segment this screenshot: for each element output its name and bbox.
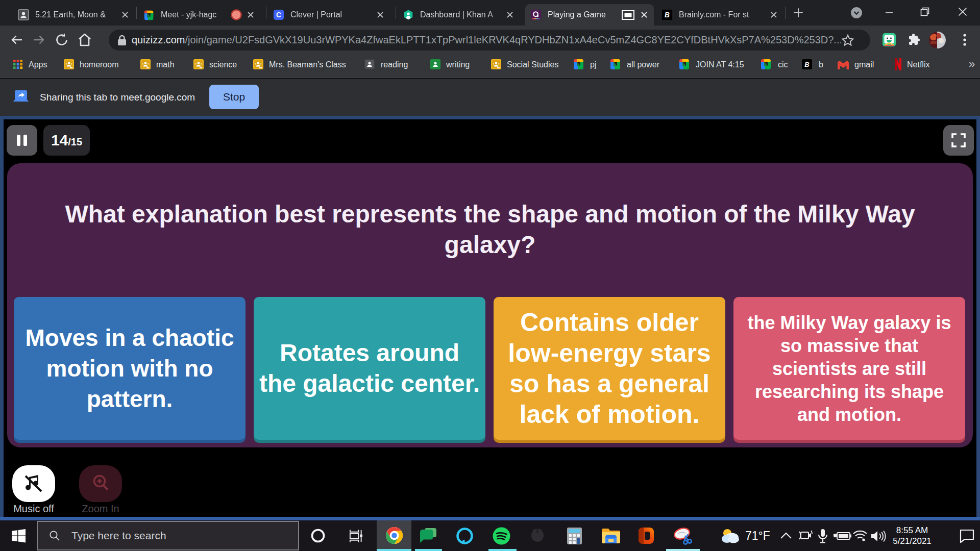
svg-text:B: B bbox=[665, 11, 670, 19]
svg-text:B: B bbox=[804, 61, 809, 68]
svg-text:C: C bbox=[276, 11, 281, 19]
